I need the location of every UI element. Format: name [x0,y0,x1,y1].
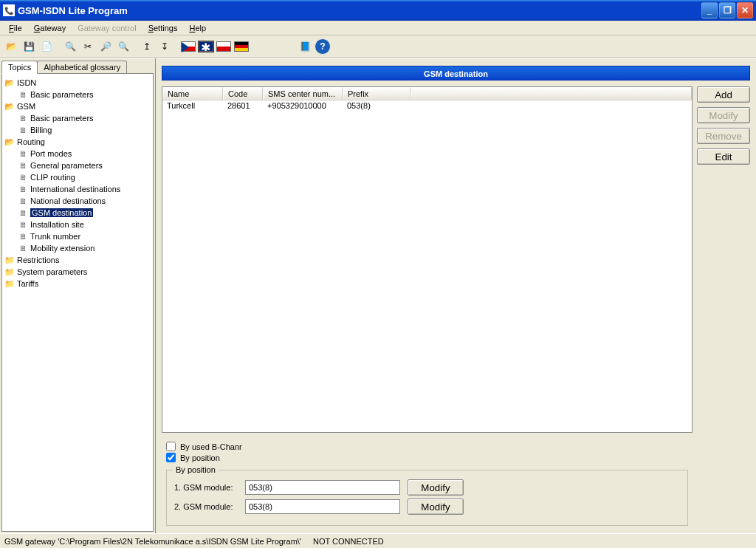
tree-port-modes[interactable]: 🗎Port modes [4,148,151,160]
tree-intl-dest[interactable]: 🗎International destinations [4,183,151,195]
tree-clip-routing[interactable]: 🗎CLIP routing [4,171,151,183]
arrow-down-icon[interactable]: ↧ [157,38,173,55]
flag-cz[interactable] [180,38,196,55]
chk-by-bchan[interactable]: By used B-Chanr [166,442,688,451]
right-panel: GSM destination Name Code SMS center num… [156,58,756,533]
tree-tariffs[interactable]: 📁Tariffs [4,278,151,290]
chk-by-position[interactable]: By position [166,453,688,462]
tree-mobility-ext[interactable]: 🗎Mobility extension [4,242,151,254]
modify-gsm1-button[interactable]: Modify [408,479,464,496]
th-rest [410,87,692,100]
tree-gsm-dest[interactable]: 🗎GSM destination [4,207,151,219]
help-icon[interactable]: ? [315,38,331,55]
label-gsm1: 1. GSM module: [174,483,241,492]
flag-uk[interactable] [198,38,214,55]
status-path: GSM gateway 'C:\Program Files\2N Telekom… [4,537,301,546]
input-gsm2[interactable] [245,499,400,514]
open-icon[interactable]: 📂 [3,38,19,55]
tree-view[interactable]: 📂ISDN 🗎Basic parameters 📂GSM 🗎Basic para… [1,73,154,532]
flag-pl[interactable] [216,38,232,55]
save-icon[interactable]: 💾 [21,38,37,55]
status-connection: NOT CONNECTED [313,537,384,546]
add-button[interactable]: Add [697,86,750,103]
main-area: Topics Alphabetical glossary 📂ISDN 🗎Basi… [0,58,756,533]
menu-gateway[interactable]: Gateway [28,22,72,34]
tool-icon-3[interactable]: 🔎 [97,38,114,55]
arrow-up-icon[interactable]: ↥ [139,38,155,55]
tree-routing[interactable]: 📂Routing [4,136,151,148]
edit-button[interactable]: Edit [697,148,750,165]
modify-gsm2-button[interactable]: Modify [408,499,464,515]
tree-restrictions[interactable]: 📁Restrictions [4,254,151,266]
tree-isdn[interactable]: 📂ISDN [4,77,151,89]
group-legend: By position [173,465,219,474]
close-button[interactable]: ✕ [737,2,753,18]
tool-icon-2[interactable]: ✂ [80,38,96,55]
by-position-group: By position 1. GSM module: Modify 2. GSM… [166,470,688,526]
tree-gsm-billing[interactable]: 🗎Billing [4,124,151,136]
th-sms[interactable]: SMS center num... [263,87,343,100]
window-title: GSM-ISDN Lite Program [18,5,701,16]
menu-file[interactable]: File [3,22,28,34]
title-bar: 📞 GSM-ISDN Lite Program _ ❐ ✕ [0,0,756,21]
menu-help[interactable]: Help [183,22,212,34]
document-icon[interactable]: 📄 [38,38,55,55]
tree-general-params[interactable]: 🗎General parameters [4,160,151,171]
menu-bar: File Gateway Gateway control Settings He… [0,21,756,35]
menu-gateway-control: Gateway control [72,22,142,34]
left-panel: Topics Alphabetical glossary 📂ISDN 🗎Basi… [0,58,156,533]
tab-topics[interactable]: Topics [1,61,38,74]
minimize-button[interactable]: _ [701,2,718,18]
tool-icon-4[interactable]: 🔍 [115,38,131,55]
tool-icon-1[interactable]: 🔍 [62,38,78,55]
input-gsm1[interactable] [245,480,400,495]
tab-glossary[interactable]: Alphabetical glossary [37,61,127,73]
modify-button: Modify [697,107,750,123]
destination-table[interactable]: Name Code SMS center num... Prefix Turkc… [162,86,693,433]
app-icon: 📞 [3,4,15,16]
th-prefix[interactable]: Prefix [343,87,410,100]
menu-settings[interactable]: Settings [142,22,184,34]
info-icon[interactable]: 📘 [297,38,313,55]
table-row[interactable]: Turkcell 28601 +905329010000 053(8) [162,100,692,112]
tree-trunk-number[interactable]: 🗎Trunk number [4,230,151,242]
label-gsm2: 2. GSM module: [174,502,241,511]
remove-button: Remove [697,128,750,144]
tree-gsm-basic[interactable]: 🗎Basic parameters [4,112,151,124]
status-bar: GSM gateway 'C:\Program Files\2N Telekom… [0,533,756,548]
tree-sys-params[interactable]: 📁System parameters [4,266,151,278]
panel-title: GSM destination [162,66,750,81]
maximize-button[interactable]: ❐ [719,2,735,18]
table-header: Name Code SMS center num... Prefix [162,87,692,100]
tree-gsm[interactable]: 📂GSM [4,100,151,112]
toolbar: 📂 💾 📄 🔍 ✂ 🔎 🔍 ↥ ↧ 📘 ? [0,35,756,58]
tree-nat-dest[interactable]: 🗎National destinations [4,195,151,207]
flag-de[interactable] [233,38,250,55]
th-name[interactable]: Name [162,87,223,100]
th-code[interactable]: Code [223,87,263,100]
tree-install-site[interactable]: 🗎Installation site [4,219,151,230]
tree-isdn-basic[interactable]: 🗎Basic parameters [4,89,151,100]
